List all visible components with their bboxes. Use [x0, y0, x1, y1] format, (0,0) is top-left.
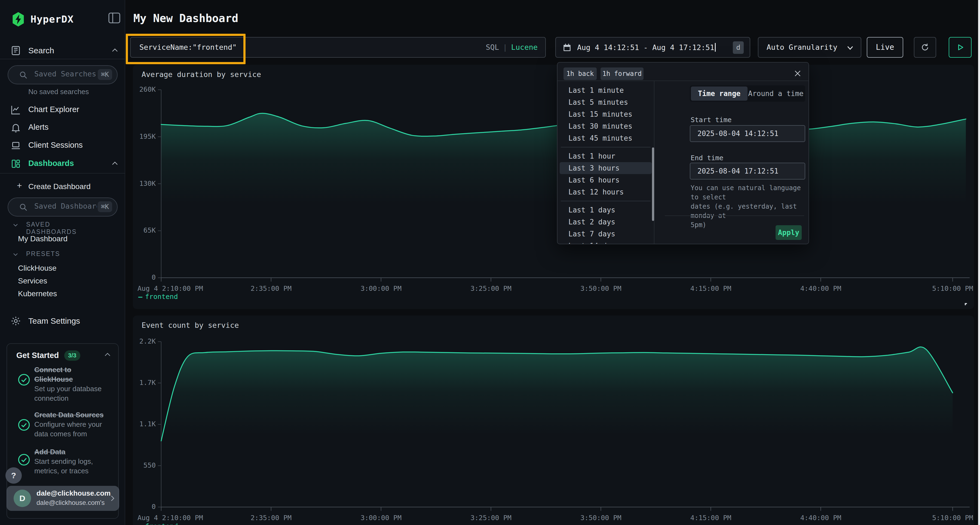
sidebar-collapse-icon[interactable] — [108, 12, 121, 24]
svg-text:1.1K: 1.1K — [139, 420, 156, 428]
shift-back-button[interactable]: 1h back — [563, 67, 597, 80]
legend-label: frontend — [145, 522, 178, 525]
mode-separator: | — [503, 43, 507, 51]
range-option-selected[interactable]: Last 3 hours — [560, 162, 652, 174]
sidebar-item-kubernetes[interactable]: Kubernetes — [18, 289, 57, 298]
check-circle-icon — [17, 453, 31, 467]
panel-resize-handle[interactable] — [961, 300, 967, 306]
range-option[interactable]: Last 1 hour — [557, 150, 654, 162]
svg-text:130K: 130K — [139, 179, 156, 187]
text-cursor — [715, 43, 716, 52]
apply-button[interactable]: Apply — [776, 225, 802, 240]
get-started-item[interactable]: Create Data Sources Configure where your… — [34, 410, 106, 439]
live-button[interactable]: Live — [867, 37, 903, 58]
create-dashboard-button[interactable]: + Create Dashboard — [0, 181, 125, 194]
range-option[interactable]: Last 1 minute — [557, 84, 654, 96]
shift-forward-button[interactable]: 1h forward — [601, 67, 644, 80]
line-chart[interactable]: 2.2K1.7K1.1K5500Aug 4 2:10:00 PM2:35:00 … — [133, 316, 974, 525]
chart-title: Average duration by service — [142, 70, 261, 79]
time-range-input[interactable]: Aug 4 14:12:51 - Aug 4 17:12:51 d — [555, 37, 750, 58]
tab-time-range[interactable]: Time range — [691, 87, 748, 101]
user-team: dale@clickhouse.com's — [37, 499, 105, 506]
granularity-select[interactable]: Auto Granularity — [758, 37, 861, 58]
range-option[interactable]: Last 7 days — [557, 228, 654, 240]
range-option[interactable]: Last 30 minutes — [557, 120, 654, 132]
chevron-down-icon — [13, 222, 19, 227]
bell-icon — [10, 122, 21, 133]
task-title: Create Data Sources — [34, 410, 106, 420]
svg-text:550: 550 — [143, 462, 156, 469]
end-time-label: End time — [690, 154, 723, 162]
window-scrollbar[interactable] — [978, 0, 980, 525]
sidebar-item-label: Alerts — [28, 123, 48, 132]
user-menu[interactable]: D dale@clickhouse.com dale@clickhouse.co… — [6, 486, 119, 511]
svg-text:0: 0 — [152, 273, 156, 281]
sidebar-item-services[interactable]: Services — [18, 277, 47, 285]
line-chart[interactable]: 260K195K130K65K0Aug 4 2:10:00 PM2:35:00 … — [133, 65, 974, 309]
chart-panel-avg-duration[interactable]: Average duration by service 260K195K130K… — [133, 65, 974, 309]
lucene-mode-option[interactable]: Lucene — [511, 43, 538, 51]
svg-text:4:15:00 PM: 4:15:00 PM — [690, 514, 732, 522]
chart-line-icon — [10, 105, 21, 115]
get-started-item[interactable]: Add Data Start sending logs, metrics, or… — [34, 447, 106, 476]
sidebar-item-label: Search — [28, 46, 54, 55]
page-title: My New Dashboard — [134, 12, 238, 24]
shortcut-badge: ⌘K — [98, 201, 112, 212]
saved-searches-input[interactable] — [34, 70, 97, 78]
chart-legend[interactable]: —frontend — [138, 522, 178, 525]
chevron-up-icon[interactable] — [111, 48, 119, 53]
saved-searches-search[interactable]: ⌘K — [8, 65, 118, 84]
section-title: SAVED DASHBOARDS — [26, 221, 77, 236]
sidebar-item-client-sessions[interactable]: Client Sessions — [0, 138, 125, 154]
sidebar-item-team-settings[interactable]: Team Settings — [0, 313, 125, 329]
search-section-icon — [10, 45, 21, 56]
laptop-icon — [10, 140, 21, 151]
saved-dashboards-input[interactable] — [34, 202, 97, 210]
range-option[interactable]: Last 15 minutes — [557, 108, 654, 120]
chevron-up-icon[interactable] — [111, 160, 119, 167]
range-option[interactable]: Last 5 minutes — [557, 96, 654, 108]
divider — [561, 147, 651, 148]
no-saved-searches-text: No saved searches — [28, 87, 89, 96]
start-time-input[interactable]: 2025-08-04 14:12:51 — [690, 125, 805, 142]
svg-text:0: 0 — [152, 503, 156, 511]
run-query-button[interactable] — [949, 37, 972, 58]
chart-panel-event-count[interactable]: Event count by service 2.2K1.7K1.1K5500A… — [133, 316, 974, 525]
chevron-right-icon — [110, 495, 115, 502]
svg-text:1.7K: 1.7K — [139, 379, 156, 387]
avatar: D — [14, 490, 31, 507]
range-option[interactable]: Last 12 hours — [557, 186, 654, 198]
range-option[interactable]: Last 2 days — [557, 216, 654, 228]
task-title: Add Data — [34, 447, 106, 457]
get-started-item[interactable]: Connect to ClickHouse Set up your databa… — [34, 365, 106, 403]
range-option[interactable]: Last 14 days — [557, 240, 654, 244]
end-time-input[interactable]: 2025-08-04 17:12:51 — [690, 163, 805, 179]
range-option[interactable]: Last 45 minutes — [557, 132, 654, 144]
query-language-toggle: SQL|Lucene — [486, 43, 538, 51]
saved-dashboards-search[interactable]: ⌘K — [8, 197, 118, 217]
sidebar-item-alerts[interactable]: Alerts — [0, 120, 125, 136]
sidebar-item-clickhouse[interactable]: ClickHouse — [18, 264, 57, 273]
close-icon[interactable] — [793, 69, 802, 78]
chevron-up-icon[interactable] — [104, 352, 111, 357]
list-scrollbar-thumb[interactable] — [652, 148, 654, 221]
svg-text:3:00:00 PM: 3:00:00 PM — [360, 514, 401, 522]
sql-mode-option[interactable]: SQL — [486, 43, 499, 51]
sidebar-item-search[interactable]: Search — [0, 43, 125, 59]
relative-range-list: Last 1 minute Last 5 minutes Last 15 min… — [557, 81, 654, 244]
task-desc: Set up your database connection — [34, 384, 106, 403]
range-option[interactable]: Last 1 days — [557, 204, 654, 216]
svg-text:5:10:00 PM: 5:10:00 PM — [932, 284, 973, 292]
refresh-button[interactable] — [914, 37, 936, 58]
tab-around-a-time[interactable]: Around a time — [748, 87, 804, 101]
natural-language-hint: You can use natural language to select d… — [690, 183, 808, 230]
sidebar-item-my-dashboard[interactable]: My Dashboard — [18, 235, 67, 243]
time-range-value: Aug 4 14:12:51 - Aug 4 17:12:51 — [577, 43, 716, 52]
svg-text:3:25:00 PM: 3:25:00 PM — [470, 284, 512, 292]
divider — [0, 59, 125, 59]
sidebar-item-dashboards[interactable]: Dashboards — [0, 156, 125, 172]
range-option[interactable]: Last 6 hours — [557, 174, 654, 186]
sidebar-item-chart-explorer[interactable]: Chart Explorer — [0, 102, 125, 118]
help-button[interactable]: ? — [5, 467, 22, 484]
chart-legend[interactable]: —frontend — [138, 293, 178, 301]
